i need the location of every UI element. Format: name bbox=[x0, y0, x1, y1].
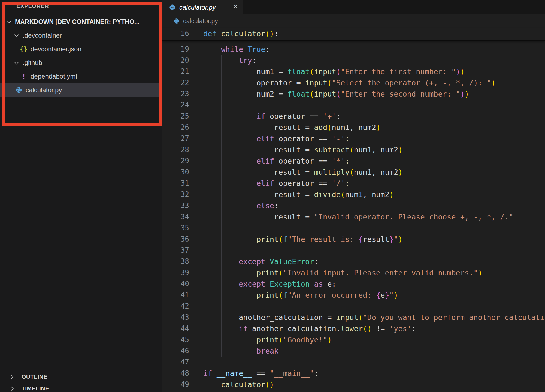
json-braces-icon: {} bbox=[20, 46, 28, 53]
code-text: result = "Invalid operator. Please choos… bbox=[203, 211, 513, 222]
line-number: 47 bbox=[162, 357, 189, 368]
code-line-22[interactable]: 22 operator = input("Select the operator… bbox=[162, 77, 545, 88]
line-number: 48 bbox=[162, 368, 189, 379]
line-number: 28 bbox=[162, 144, 189, 155]
tree-item-github[interactable]: .github bbox=[0, 56, 162, 70]
code-line-38[interactable]: 38 except ValueError: bbox=[162, 256, 545, 267]
python-icon bbox=[173, 18, 180, 24]
python-icon bbox=[169, 4, 176, 11]
code-line-48[interactable]: 48if __name__ == "__main__": bbox=[162, 368, 545, 379]
code-line-24[interactable]: 24 bbox=[162, 99, 545, 111]
breadcrumb-label: calculator.py bbox=[183, 17, 218, 25]
indent-guide bbox=[204, 222, 204, 234]
sticky-scroll-line[interactable]: 16def calculator(): bbox=[162, 28, 545, 41]
editor-area: calculator.py ✕ calculator.py 16def calc… bbox=[162, 0, 545, 392]
line-number: 44 bbox=[162, 323, 189, 334]
code-line-23[interactable]: 23 num2 = float(input("Enter the second … bbox=[162, 88, 545, 99]
code-text: result = multiply(num1, num2) bbox=[203, 167, 403, 178]
code-text: print(f"The result is: {result}") bbox=[203, 234, 403, 245]
close-icon[interactable]: ✕ bbox=[233, 3, 238, 10]
code-line-26[interactable]: 26 result = add(num1, num2) bbox=[162, 122, 545, 133]
code-line-19[interactable]: 19 while True: bbox=[162, 44, 545, 55]
line-number: 33 bbox=[162, 200, 189, 211]
code-text: print("Invalid input. Please enter valid… bbox=[203, 267, 482, 278]
code-line-33[interactable]: 33 else: bbox=[162, 200, 545, 211]
tab-label: calculator.py bbox=[179, 4, 216, 11]
code-line-31[interactable]: 31 elif operator == '/': bbox=[162, 178, 545, 189]
code-line-50[interactable]: 50 bbox=[162, 390, 545, 392]
tree-item-markdown-dev-container-pytho[interactable]: MARKDOWN [DEV CONTAINER: PYTHO... bbox=[0, 15, 162, 29]
code-line-47[interactable]: 47 bbox=[162, 357, 545, 368]
code-text: elif operator == '/': bbox=[203, 178, 350, 189]
line-number: 32 bbox=[162, 189, 189, 200]
code-line-39[interactable]: 39 print("Invalid input. Please enter va… bbox=[162, 267, 545, 278]
code-line-35[interactable]: 35 bbox=[162, 222, 545, 234]
line-number: 30 bbox=[162, 167, 189, 178]
tree-item-devcontainer[interactable]: .devcontainer bbox=[0, 29, 162, 42]
line-number: 38 bbox=[162, 256, 189, 267]
code-line-16[interactable]: 16def calculator(): bbox=[162, 28, 545, 40]
code-line-45[interactable]: 45 print("Goodbye!") bbox=[162, 334, 545, 345]
code-line-20[interactable]: 20 try: bbox=[162, 55, 545, 66]
tree-item-calculator-py[interactable]: calculator.py bbox=[0, 83, 162, 97]
timeline-section-header[interactable]: TIMELINE bbox=[0, 385, 162, 392]
code-line-40[interactable]: 40 except Exception as e: bbox=[162, 278, 545, 290]
line-number: 45 bbox=[162, 334, 189, 345]
code-line-32[interactable]: 32 result = divide(num1, num2) bbox=[162, 189, 545, 200]
code-line-42[interactable]: 42 bbox=[162, 301, 545, 312]
tab-bar: calculator.py ✕ bbox=[162, 0, 545, 14]
code-line-34[interactable]: 34 result = "Invalid operator. Please ch… bbox=[162, 211, 545, 222]
chevron-right-icon bbox=[8, 386, 13, 391]
code-line-46[interactable]: 46 break bbox=[162, 345, 545, 357]
code-text: def calculator(): bbox=[203, 28, 278, 40]
code-text: result = subtract(num1, num2) bbox=[203, 144, 403, 155]
code-text: break bbox=[203, 345, 278, 357]
outline-section-header[interactable]: OUTLINE bbox=[0, 369, 162, 385]
code-line-28[interactable]: 28 result = subtract(num1, num2) bbox=[162, 144, 545, 155]
line-number: 46 bbox=[162, 345, 189, 357]
code-line-30[interactable]: 30 result = multiply(num1, num2) bbox=[162, 167, 545, 178]
indent-guide bbox=[221, 222, 222, 234]
code-line-43[interactable]: 43 another_calculation = input("Do you w… bbox=[162, 312, 545, 323]
code-line-29[interactable]: 29 elif operator == '*': bbox=[162, 155, 545, 167]
line-number: 42 bbox=[162, 301, 189, 312]
tree-item-dependabot-yml[interactable]: !dependabot.yml bbox=[0, 70, 162, 83]
indent-guide bbox=[221, 301, 222, 312]
line-number: 43 bbox=[162, 312, 189, 323]
code-text: except ValueError: bbox=[203, 256, 319, 267]
code-text: if operator == '+': bbox=[203, 111, 341, 122]
indent-guide bbox=[239, 99, 239, 111]
code-line-27[interactable]: 27 elif operator == '-': bbox=[162, 133, 545, 144]
more-actions-icon[interactable]: ··· bbox=[138, 0, 149, 9]
code-text: else: bbox=[203, 200, 278, 211]
code-line-37[interactable]: 37 bbox=[162, 245, 545, 256]
vscode-window: EXPLORER ··· MARKDOWN [DEV CONTAINER: PY… bbox=[0, 0, 545, 392]
tree-item-label: calculator.py bbox=[26, 86, 62, 94]
code-text: elif operator == '*': bbox=[203, 155, 350, 167]
indent-guide bbox=[239, 222, 239, 234]
tree-item-devcontainer-json[interactable]: {}devcontainer.json bbox=[0, 42, 162, 56]
line-number: 25 bbox=[162, 111, 189, 122]
code-line-44[interactable]: 44 if another_calculation.lower() != 'ye… bbox=[162, 323, 545, 334]
code-line-21[interactable]: 21 num1 = float(input("Enter the first n… bbox=[162, 66, 545, 77]
code-line-25[interactable]: 25 if operator == '+': bbox=[162, 111, 545, 122]
dependabot-alert-icon: ! bbox=[20, 72, 28, 81]
chevron-right-icon bbox=[8, 374, 13, 379]
code-line-49[interactable]: 49 calculator() bbox=[162, 379, 545, 390]
code-text: except Exception as e: bbox=[203, 278, 336, 290]
line-number: 31 bbox=[162, 178, 189, 189]
line-number: 21 bbox=[162, 66, 189, 77]
line-number: 27 bbox=[162, 133, 189, 144]
code-line-36[interactable]: 36 print(f"The result is: {result}") bbox=[162, 234, 545, 245]
line-number: 29 bbox=[162, 155, 189, 167]
breadcrumb[interactable]: calculator.py bbox=[162, 14, 545, 28]
line-number: 22 bbox=[162, 77, 189, 88]
indent-guide bbox=[221, 245, 222, 256]
code-lines: 19 while True:20 try:21 num1 = float(inp… bbox=[162, 44, 545, 392]
file-tree: MARKDOWN [DEV CONTAINER: PYTHO....devcon… bbox=[0, 15, 162, 97]
line-number: 35 bbox=[162, 222, 189, 234]
code-text: while True: bbox=[203, 44, 270, 55]
outline-label: OUTLINE bbox=[22, 373, 47, 380]
code-line-41[interactable]: 41 print(f"An error occurred: {e}") bbox=[162, 290, 545, 301]
tab-calculator-py[interactable]: calculator.py ✕ bbox=[162, 0, 243, 14]
